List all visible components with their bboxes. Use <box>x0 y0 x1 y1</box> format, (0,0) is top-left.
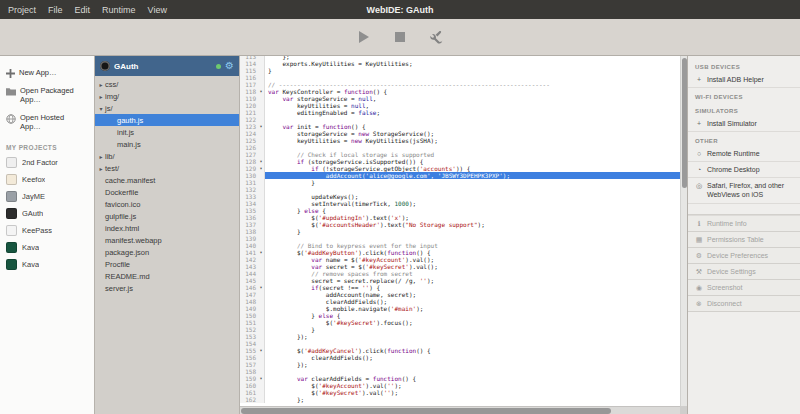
code-line[interactable]: 127 // Check if local storage is support… <box>240 151 687 158</box>
project-item-jayme[interactable]: JayME <box>0 188 94 205</box>
tree-item-favicon-ico[interactable]: favicon.ico <box>95 198 239 210</box>
code-line[interactable]: 140 // Bind to keypress event for the in… <box>240 242 687 249</box>
twisty-icon[interactable]: ▸ <box>97 93 105 100</box>
tree-item-index-html[interactable]: index.html <box>95 222 239 234</box>
project-item-keefox[interactable]: Keefox <box>0 171 94 188</box>
new-app-button[interactable]: New App… <box>0 64 94 82</box>
code-line[interactable]: 120 keyUtilities = null, <box>240 102 687 109</box>
code-line[interactable]: 128▾ if (storageService.isSupported()) { <box>240 158 687 165</box>
run-button[interactable] <box>354 27 374 47</box>
tree-item-gauth-js[interactable]: gauth.js <box>95 114 239 126</box>
fold-marker-icon[interactable]: ▾ <box>258 375 265 382</box>
fold-marker-icon[interactable]: ▾ <box>258 347 265 354</box>
code-line[interactable]: 124 storageService = new StorageService(… <box>240 130 687 137</box>
code-line[interactable]: 130 addAccount('alice@google.com', 'JBSW… <box>240 172 687 179</box>
code-line[interactable]: 132 <box>240 186 687 193</box>
editor-horizontal-scrollbar[interactable] <box>240 406 680 414</box>
project-item-2nd-factor[interactable]: 2nd Factor <box>0 154 94 171</box>
editor-vertical-scrollbar[interactable] <box>680 56 687 406</box>
twisty-icon[interactable]: ▸ <box>97 153 105 160</box>
stop-button[interactable] <box>390 27 410 47</box>
menu-project[interactable]: Project <box>8 5 36 15</box>
code-line[interactable]: 138 } <box>240 228 687 235</box>
runtime-item-remote-runtime[interactable]: ○Remote Runtime <box>688 146 800 162</box>
twisty-icon[interactable]: ▸ <box>97 165 105 172</box>
runtime-item-install-simulator[interactable]: +Install Simulator <box>688 116 800 132</box>
tree-item-css[interactable]: ▸css/ <box>95 78 239 90</box>
code-line[interactable]: 139 <box>240 235 687 242</box>
code-line[interactable]: 137 $('#accountsHeader').text("No Storag… <box>240 221 687 228</box>
code-line[interactable]: 147 addAccount(name, secret); <box>240 291 687 298</box>
code-line[interactable]: 152 } <box>240 326 687 333</box>
code-line[interactable]: 160 $('#keyAccount').val(''); <box>240 382 687 389</box>
code-line[interactable]: 129▾ if (!storageService.getObject('acco… <box>240 165 687 172</box>
code-line[interactable]: 141▾ $('#addKeyButton').click(function()… <box>240 249 687 256</box>
twisty-icon[interactable]: ▸ <box>97 81 105 88</box>
menu-view[interactable]: View <box>148 5 167 15</box>
tree-item-lib[interactable]: ▸lib/ <box>95 150 239 162</box>
fold-marker-icon[interactable]: ▾ <box>258 284 265 291</box>
code-line[interactable]: 142 var name = $('#keyAccount').val(); <box>240 256 687 263</box>
runtime-item-device-preferences[interactable]: ⚙Device Preferences <box>688 248 800 264</box>
tree-item-readme-md[interactable]: README.md <box>95 270 239 282</box>
tree-item-gulpfile-js[interactable]: gulpfile.js <box>95 210 239 222</box>
code-line[interactable]: 145 secret = secret.replace(/ /g, ''); <box>240 277 687 284</box>
code-line[interactable]: 136 $('#updatingIn').text('x'); <box>240 214 687 221</box>
open-hosted-app-button[interactable]: Open Hosted App… <box>0 109 94 136</box>
menu-edit[interactable]: Edit <box>75 5 91 15</box>
project-item-gauth[interactable]: GAuth <box>0 205 94 222</box>
code-line[interactable]: 155▾ $('#addKeyCancel').click(function()… <box>240 347 687 354</box>
fold-marker-icon[interactable]: ▾ <box>258 88 265 95</box>
code-line[interactable]: 151 $('#keySecret').focus(); <box>240 319 687 326</box>
tree-item-js[interactable]: ▾js/ <box>95 102 239 114</box>
code-line[interactable]: 131 } <box>240 179 687 186</box>
code-line[interactable]: 148 clearAddFields(); <box>240 298 687 305</box>
runtime-item-runtime-info[interactable]: ℹRuntime Info <box>688 215 800 232</box>
project-item-kava[interactable]: Kava <box>0 256 94 273</box>
fold-marker-icon[interactable]: ▾ <box>258 158 265 165</box>
code-line[interactable]: 135 } else { <box>240 207 687 214</box>
code-line[interactable]: 117 // ---------------------------------… <box>240 81 687 88</box>
tree-item-manifest-webapp[interactable]: manifest.webapp <box>95 234 239 246</box>
runtime-item-disconnect[interactable]: ⊗Disconnect <box>688 296 800 312</box>
gear-icon[interactable]: ⚙ <box>225 61 234 71</box>
tree-item-server-js[interactable]: server.js <box>95 282 239 294</box>
devtools-button[interactable] <box>426 27 446 47</box>
code-line[interactable]: 153 }); <box>240 333 687 340</box>
tree-item-init-js[interactable]: init.js <box>95 126 239 138</box>
code-line[interactable]: 150 } else { <box>240 312 687 319</box>
tree-item-cache-manifest[interactable]: cache.manifest <box>95 174 239 186</box>
code-line[interactable]: 119 var storageService = null, <box>240 95 687 102</box>
code-line[interactable]: 146▾ if(secret !== '') { <box>240 284 687 291</box>
runtime-item-chrome-desktop[interactable]: ◔Chrome Desktop <box>688 162 800 178</box>
code-line[interactable]: 157 }); <box>240 361 687 368</box>
code-line[interactable]: 114 exports.KeyUtilities = KeyUtilities; <box>240 60 687 67</box>
code-line[interactable]: 159▾ var clearAddFields = function() { <box>240 375 687 382</box>
tree-item-main-js[interactable]: main.js <box>95 138 239 150</box>
code-editor[interactable]: 113 };114 exports.KeyUtilities = KeyUtil… <box>240 56 687 414</box>
runtime-item-permissions-table[interactable]: ▦Permissions Table <box>688 232 800 248</box>
fold-marker-icon[interactable]: ▾ <box>258 123 265 130</box>
code-line[interactable]: 156 clearAddFields(); <box>240 354 687 361</box>
code-line[interactable]: 118▾var KeysController = function() { <box>240 88 687 95</box>
vertical-scrollbar-thumb[interactable] <box>682 58 687 188</box>
tree-item-test[interactable]: ▸test/ <box>95 162 239 174</box>
code-line[interactable]: 115 } <box>240 67 687 74</box>
menu-runtime[interactable]: Runtime <box>102 5 136 15</box>
code-line[interactable]: 125 keyUtilities = new KeyUtilities(jsSH… <box>240 137 687 144</box>
project-item-keepass[interactable]: KeePass <box>0 222 94 239</box>
runtime-item-device-settings[interactable]: ⚒Device Settings <box>688 264 800 280</box>
code-line[interactable]: 154 <box>240 340 687 347</box>
code-line[interactable]: 161 $('#keySecret').val(''); <box>240 389 687 396</box>
code-line[interactable]: 126 <box>240 144 687 151</box>
fold-marker-icon[interactable]: ▾ <box>258 249 265 256</box>
code-line[interactable]: 162 }; <box>240 396 687 403</box>
open-packaged-app-button[interactable]: Open Packaged App… <box>0 82 94 109</box>
project-item-kava[interactable]: Kava <box>0 239 94 256</box>
fold-marker-icon[interactable]: ▾ <box>258 165 265 172</box>
horizontal-scrollbar-thumb[interactable] <box>241 408 611 414</box>
code-line[interactable]: 134 setInterval(timerTick, 1000); <box>240 200 687 207</box>
runtime-item-install-adb-helper[interactable]: +Install ADB Helper <box>688 72 800 88</box>
tree-item-dockerfile[interactable]: Dockerfile <box>95 186 239 198</box>
code-line[interactable]: 149 $.mobile.navigate('#main'); <box>240 305 687 312</box>
